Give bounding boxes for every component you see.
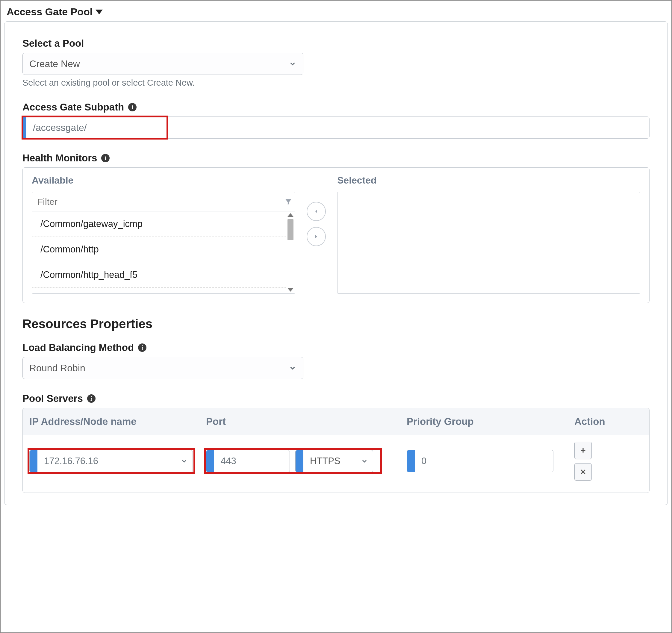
health-monitors-label: Health Monitors i xyxy=(22,152,650,164)
port-input[interactable] xyxy=(214,451,290,472)
transfer-buttons xyxy=(304,202,328,246)
available-items: /Common/gateway_icmp /Common/http /Commo… xyxy=(32,212,286,293)
health-monitors-block: Health Monitors i Available /Common/gate… xyxy=(22,152,650,303)
info-icon[interactable]: i xyxy=(128,103,137,112)
chevron-down-icon xyxy=(289,60,296,68)
filter-input[interactable] xyxy=(32,197,282,207)
select-pool-dropdown[interactable]: Create New xyxy=(22,53,303,75)
port-input-wrap[interactable] xyxy=(206,450,290,472)
move-left-button[interactable] xyxy=(307,202,326,221)
scrollbar[interactable] xyxy=(287,213,294,292)
health-monitors-label-text: Health Monitors xyxy=(22,152,97,164)
lb-method-dropdown[interactable]: Round Robin xyxy=(22,357,303,379)
priority-cell xyxy=(400,443,568,484)
available-column: Available /Common/gateway_icmp /Common/h… xyxy=(32,175,295,294)
filter-row xyxy=(32,192,295,211)
pool-servers-table: IP Address/Node name Port Priority Group… xyxy=(22,408,650,493)
lb-method-label-text: Load Balancing Method xyxy=(22,342,134,353)
accent-bar xyxy=(30,451,38,472)
pool-servers-label: Pool Servers i xyxy=(22,393,650,404)
col-action: Action xyxy=(568,408,628,435)
ip-cell xyxy=(23,443,199,484)
col-priority: Priority Group xyxy=(400,408,568,435)
select-pool-value: Create New xyxy=(29,58,80,70)
select-pool-label: Select a Pool xyxy=(22,38,650,49)
available-listbox[interactable]: /Common/gateway_icmp /Common/http /Commo… xyxy=(32,211,295,294)
resources-heading: Resources Properties xyxy=(22,317,650,331)
info-icon[interactable]: i xyxy=(101,154,110,162)
section-toggle[interactable]: Access Gate Pool xyxy=(6,6,668,18)
chevron-down-icon xyxy=(361,458,368,465)
ip-input[interactable] xyxy=(38,451,193,472)
accent-bar xyxy=(407,451,415,472)
section-title: Access Gate Pool xyxy=(6,6,93,18)
caret-down-icon xyxy=(96,9,103,15)
scroll-down-icon[interactable] xyxy=(287,288,293,292)
remove-row-button[interactable] xyxy=(574,463,592,481)
select-pool-helper: Select an existing pool or select Create… xyxy=(22,78,650,88)
subpath-block: Access Gate Subpath i xyxy=(22,101,650,139)
lb-method-label: Load Balancing Method i xyxy=(22,342,650,353)
pool-servers-block: Pool Servers i IP Address/Node name Port… xyxy=(22,393,650,493)
dual-list: Available /Common/gateway_icmp /Common/h… xyxy=(22,167,650,303)
subpath-input[interactable] xyxy=(26,117,649,138)
scroll-up-icon[interactable] xyxy=(287,213,293,217)
priority-input-wrap[interactable] xyxy=(407,450,553,472)
info-icon[interactable]: i xyxy=(87,394,96,403)
lb-method-block: Load Balancing Method i Round Robin xyxy=(22,342,650,379)
list-item[interactable]: /Common/http_head_f5 xyxy=(32,262,286,288)
pool-servers-label-text: Pool Servers xyxy=(22,393,83,404)
action-cell xyxy=(568,435,628,492)
col-ip: IP Address/Node name xyxy=(23,408,199,435)
list-item[interactable]: /Common/http xyxy=(32,237,286,262)
chevron-down-icon xyxy=(181,458,188,465)
accent-bar xyxy=(295,451,303,472)
page-root: Access Gate Pool Select a Pool Create Ne… xyxy=(0,0,672,633)
subpath-label: Access Gate Subpath i xyxy=(22,101,650,113)
filter-icon[interactable] xyxy=(282,198,295,206)
move-right-button[interactable] xyxy=(307,227,326,246)
selected-column: Selected xyxy=(337,175,640,294)
accent-bar xyxy=(206,451,214,472)
list-item[interactable]: /Common/gateway_icmp xyxy=(32,212,286,237)
scroll-thumb[interactable] xyxy=(287,219,293,240)
lb-method-value: Round Robin xyxy=(29,363,85,374)
subpath-input-wrap xyxy=(22,117,650,139)
select-pool-label-text: Select a Pool xyxy=(22,38,84,49)
selected-listbox[interactable] xyxy=(337,192,640,294)
subpath-input-container[interactable] xyxy=(22,117,650,139)
col-port: Port xyxy=(199,408,400,435)
pool-panel: Select a Pool Create New Select an exist… xyxy=(4,21,668,505)
priority-input[interactable] xyxy=(415,451,553,472)
chevron-down-icon xyxy=(289,364,296,372)
ip-combobox[interactable] xyxy=(29,450,193,472)
table-header: IP Address/Node name Port Priority Group… xyxy=(23,408,649,435)
subpath-label-text: Access Gate Subpath xyxy=(22,101,124,113)
table-row: HTTPS xyxy=(23,435,649,492)
select-pool-block: Select a Pool Create New Select an exist… xyxy=(22,38,650,88)
port-cell: HTTPS xyxy=(199,443,400,484)
accent-bar xyxy=(23,117,26,138)
protocol-dropdown[interactable]: HTTPS xyxy=(295,450,373,472)
info-icon[interactable]: i xyxy=(138,343,146,352)
add-row-button[interactable] xyxy=(574,442,592,459)
selected-label: Selected xyxy=(337,175,640,186)
available-label: Available xyxy=(32,175,295,186)
